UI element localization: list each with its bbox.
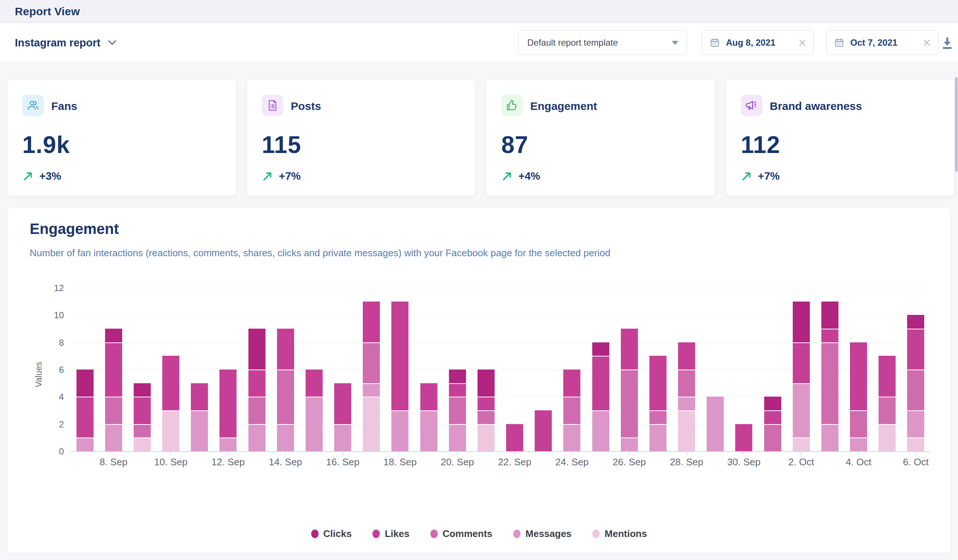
bar-segment-clicks[interactable] — [822, 301, 838, 328]
date-from-clear-button[interactable] — [799, 39, 806, 46]
bar-segment-clicks[interactable] — [764, 397, 781, 410]
bar-segment-likes[interactable] — [822, 328, 838, 343]
bar-segment-messages[interactable] — [334, 424, 351, 451]
legend-item-clicks[interactable]: Clicks — [311, 528, 352, 539]
bar-segment-likes[interactable] — [621, 328, 638, 370]
bar-segment-clicks[interactable] — [248, 328, 265, 370]
bar-segment-messages[interactable] — [248, 424, 265, 451]
vertical-scrollbar[interactable] — [955, 77, 958, 172]
bar-segment-likes[interactable] — [735, 424, 752, 451]
bar-segment-mentions[interactable] — [134, 438, 151, 451]
bar-segment-likes[interactable] — [879, 356, 896, 397]
bar-segment-likes[interactable] — [420, 383, 438, 410]
bar-segment-messages[interactable] — [76, 438, 94, 451]
bar-segment-messages[interactable] — [363, 383, 380, 397]
bar-segment-comments[interactable] — [649, 410, 666, 424]
bar-segment-messages[interactable] — [678, 397, 695, 410]
bar-segment-likes[interactable] — [764, 410, 781, 424]
bar-segment-clicks[interactable] — [449, 370, 466, 383]
bar-segment-messages[interactable] — [649, 424, 666, 451]
bar-segment-comments[interactable] — [678, 370, 695, 397]
bar-segment-likes[interactable] — [850, 343, 867, 410]
bar-segment-clicks[interactable] — [105, 328, 122, 343]
bar-segment-comments[interactable] — [907, 370, 924, 410]
download-report-button[interactable] — [940, 35, 956, 51]
bar-segment-comments[interactable] — [105, 397, 122, 424]
bar-segment-likes[interactable] — [678, 343, 695, 370]
bar-segment-comments[interactable] — [764, 424, 781, 451]
report-selector[interactable]: Instagram report — [15, 24, 117, 62]
bar-segment-likes[interactable] — [477, 397, 495, 410]
bar-segment-likes[interactable] — [191, 383, 208, 410]
bar-segment-likes[interactable] — [219, 370, 236, 438]
bar-segment-comments[interactable] — [822, 343, 838, 424]
bar-segment-likes[interactable] — [506, 424, 523, 451]
bar-segment-comments[interactable] — [879, 397, 896, 424]
bar-segment-messages[interactable] — [621, 438, 638, 451]
bar-segment-mentions[interactable] — [678, 410, 695, 451]
bar-segment-mentions[interactable] — [363, 397, 380, 451]
bar-segment-messages[interactable] — [105, 424, 122, 451]
bar-segment-likes[interactable] — [391, 301, 408, 410]
bar-segment-messages[interactable] — [277, 424, 294, 451]
bar-segment-messages[interactable] — [191, 410, 208, 451]
bar-segment-likes[interactable] — [363, 301, 380, 343]
bar-segment-likes[interactable] — [592, 356, 609, 410]
bar-segment-messages[interactable] — [850, 438, 867, 451]
bar-segment-likes[interactable] — [76, 397, 94, 438]
date-to-clear-button[interactable] — [923, 39, 931, 46]
bar-segment-mentions[interactable] — [477, 424, 495, 451]
bar-segment-comments[interactable] — [850, 410, 867, 438]
bar-segment-comments[interactable] — [621, 370, 638, 438]
bar-segment-comments[interactable] — [563, 397, 581, 424]
legend-item-comments[interactable]: Comments — [430, 528, 492, 539]
bar-segment-comments[interactable] — [134, 424, 151, 438]
bar-segment-mentions[interactable] — [907, 438, 924, 451]
bar-segment-messages[interactable] — [592, 410, 609, 451]
bar-segment-clicks[interactable] — [477, 370, 495, 397]
bar-segment-messages[interactable] — [306, 397, 323, 451]
bar-segment-likes[interactable] — [907, 328, 924, 370]
bar-segment-messages[interactable] — [420, 410, 438, 451]
bar-segment-messages[interactable] — [219, 438, 236, 451]
bar-segment-likes[interactable] — [277, 328, 294, 370]
bar-segment-mentions[interactable] — [793, 438, 810, 451]
bar-segment-clicks[interactable] — [76, 370, 94, 397]
bar-segment-comments[interactable] — [248, 397, 265, 424]
bar-segment-mentions[interactable] — [879, 424, 896, 451]
bar-segment-likes[interactable] — [535, 410, 552, 451]
bar-segment-comments[interactable] — [277, 370, 294, 424]
bar-segment-comments[interactable] — [363, 343, 380, 383]
bar-segment-messages[interactable] — [707, 397, 724, 451]
bar-segment-clicks[interactable] — [134, 383, 151, 397]
bar-segment-comments[interactable] — [449, 397, 466, 424]
bar-segment-messages[interactable] — [449, 424, 466, 451]
template-select[interactable]: Default report template — [518, 30, 687, 55]
bar-segment-likes[interactable] — [134, 397, 151, 424]
bar-segment-likes[interactable] — [162, 356, 179, 410]
bar-segment-likes[interactable] — [306, 370, 323, 397]
bar-segment-likes[interactable] — [563, 370, 581, 397]
legend-item-messages[interactable]: Messages — [513, 528, 571, 539]
bar-segment-likes[interactable] — [449, 383, 466, 397]
date-from-picker[interactable]: Aug 8, 2021 — [702, 30, 814, 55]
legend-item-mentions[interactable]: Mentions — [592, 528, 647, 539]
bar-segment-messages[interactable] — [563, 424, 581, 451]
bar-segment-messages[interactable] — [391, 410, 408, 451]
bar-segment-comments[interactable] — [477, 410, 495, 424]
bar-segment-likes[interactable] — [105, 343, 122, 397]
bar-segment-messages[interactable] — [907, 410, 924, 438]
bar-6. Oct — [907, 288, 924, 451]
bar-segment-messages[interactable] — [822, 424, 838, 451]
bar-segment-clicks[interactable] — [793, 301, 810, 343]
bar-segment-likes[interactable] — [793, 343, 810, 383]
bar-segment-likes[interactable] — [248, 370, 265, 397]
bar-segment-clicks[interactable] — [907, 315, 924, 328]
bar-segment-likes[interactable] — [649, 356, 666, 410]
legend-item-likes[interactable]: Likes — [373, 528, 409, 539]
bar-segment-likes[interactable] — [334, 383, 351, 424]
date-to-picker[interactable]: Oct 7, 2021 — [826, 30, 938, 55]
bar-segment-clicks[interactable] — [592, 343, 609, 356]
bar-segment-messages[interactable] — [793, 383, 810, 438]
bar-segment-mentions[interactable] — [162, 410, 179, 451]
